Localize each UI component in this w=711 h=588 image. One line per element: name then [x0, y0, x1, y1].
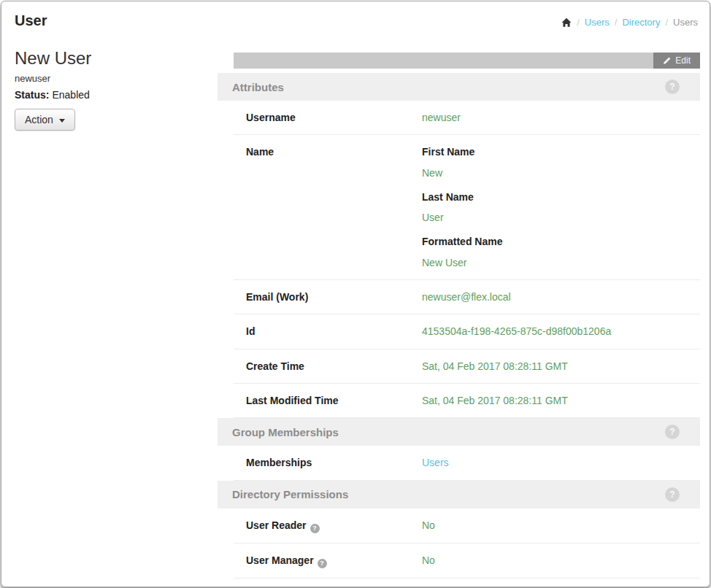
row-value: newuser@flex.local [422, 290, 700, 304]
row-group-entitlement-manager: Group and Entitlement Manager? No [234, 579, 700, 587]
row-label: Last Modified Time [234, 393, 422, 408]
row-memberships: Memberships Users [234, 446, 700, 480]
section-attributes: Attributes ? Username newuser Name First… [218, 73, 700, 418]
sub-field-label: Formatted Name [422, 234, 700, 249]
sub-field-value: New User [422, 255, 700, 270]
row-last-modified-time: Last Modified Time Sat, 04 Feb 2017 08:2… [234, 384, 700, 418]
row-label: Username [234, 110, 422, 125]
section-header-directory-permissions: Directory Permissions ? [218, 481, 700, 508]
row-name: Name First Name New Last Name User Forma… [234, 135, 700, 280]
status-label: Status: [15, 89, 49, 101]
section-header-group-memberships: Group Memberships ? [218, 418, 700, 446]
row-id: Id 4153504a-f198-4265-875c-d98f00b1206a [234, 314, 700, 349]
section-title: Attributes [232, 81, 284, 93]
row-username: Username newuser [234, 101, 700, 135]
section-header-attributes: Attributes ? [218, 73, 700, 101]
row-value: Sat, 04 Feb 2017 08:28:11 GMT [422, 359, 700, 374]
row-value: No [422, 553, 700, 568]
user-status: Status:Enabled [15, 89, 201, 101]
row-label: Name [234, 144, 422, 270]
breadcrumb: / Users / Directory / Users [561, 17, 698, 28]
row-value: Sat, 04 Feb 2017 08:28:11 GMT [422, 393, 700, 408]
row-label: User Manager? [234, 553, 422, 568]
action-dropdown-button[interactable]: Action [15, 109, 75, 131]
row-value: newuser [422, 110, 700, 125]
row-label-text: User Reader [246, 519, 307, 531]
row-label-text: User Manager [246, 554, 314, 566]
section-group-memberships: Group Memberships ? Memberships Users [218, 418, 700, 480]
pencil-icon [663, 57, 671, 65]
row-value: No [422, 518, 700, 533]
row-label: Email (Work) [234, 290, 422, 304]
action-button-label: Action [25, 114, 53, 125]
row-value: Users [422, 455, 700, 470]
caret-down-icon [59, 119, 65, 123]
directory-permissions-rows: User Reader? No User Manager? No Group a… [234, 508, 700, 587]
breadcrumb-link-directory[interactable]: Directory [622, 17, 660, 28]
row-create-time: Create Time Sat, 04 Feb 2017 08:28:11 GM… [234, 349, 700, 384]
status-value: Enabled [52, 89, 89, 101]
breadcrumb-link-users[interactable]: Users [585, 17, 610, 28]
row-label: Memberships [234, 455, 422, 470]
user-username: newuser [15, 73, 201, 84]
breadcrumb-separator: / [615, 17, 618, 28]
user-detail-page: User / Users / Directory / Users New Use… [1, 1, 710, 587]
edit-button-label: Edit [675, 55, 691, 66]
membership-link-users[interactable]: Users [422, 457, 449, 468]
row-user-reader: User Reader? No [234, 508, 700, 543]
user-display-name: New User [15, 48, 201, 69]
sub-field-value: New [422, 166, 700, 180]
group-memberships-rows: Memberships Users [234, 446, 700, 480]
row-email-work: Email (Work) newuser@flex.local [234, 280, 700, 314]
help-icon[interactable]: ? [665, 487, 680, 502]
user-summary-panel: New User newuser Status:Enabled Action [15, 48, 201, 131]
edit-toolbar: Edit [234, 53, 700, 69]
breadcrumb-current: Users [673, 17, 698, 28]
edit-button[interactable]: Edit [653, 53, 700, 69]
row-label: Id [234, 324, 422, 339]
attributes-rows: Username newuser Name First Name New Las… [234, 101, 700, 418]
help-icon[interactable]: ? [665, 425, 680, 439]
main-content: Edit Attributes ? Username newuser Name … [218, 53, 700, 587]
help-icon[interactable]: ? [310, 524, 320, 533]
sub-field-label: Last Name [422, 190, 700, 204]
row-user-manager: User Manager? No [234, 543, 700, 579]
section-title: Group Memberships [232, 426, 339, 438]
breadcrumb-separator: / [577, 17, 580, 28]
sub-field-label: First Name [422, 144, 700, 159]
sub-field-value: User [422, 210, 700, 225]
section-directory-permissions: Directory Permissions ? User Reader? No … [218, 481, 700, 587]
help-icon[interactable]: ? [318, 559, 327, 568]
section-title: Directory Permissions [232, 488, 348, 500]
row-label: User Reader? [234, 518, 422, 533]
name-fields: First Name New Last Name User Formatted … [422, 144, 700, 270]
breadcrumb-separator: / [665, 17, 668, 28]
row-label: Create Time [234, 359, 422, 374]
home-icon[interactable] [561, 18, 572, 28]
help-icon[interactable]: ? [665, 80, 680, 94]
page-title: User [15, 12, 47, 29]
row-value: 4153504a-f198-4265-875c-d98f00b1206a [422, 324, 700, 339]
